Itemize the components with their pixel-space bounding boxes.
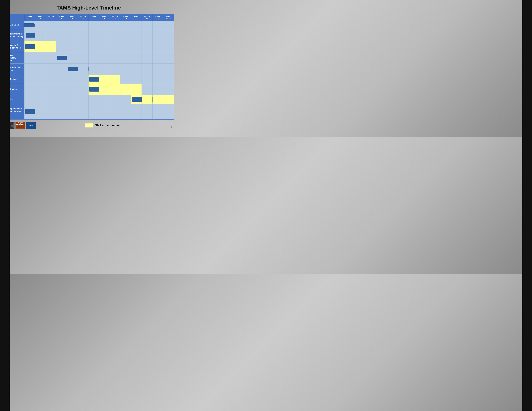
task-label-assessment: Assessment & Design of System <box>4 41 25 52</box>
gantt-data-m14 <box>163 64 174 75</box>
gantt-software-m13 <box>152 52 163 64</box>
gantt-data-m3 <box>46 64 57 75</box>
gantt-data-m8 <box>99 64 110 75</box>
gantt-testing-m8 <box>99 75 110 84</box>
row-go-live: Go -Live <box>4 95 174 104</box>
gantt-kickoff-m2 <box>35 21 46 30</box>
row-assessment: Assessment & Design of System <box>4 41 174 52</box>
gantt-transition-m13 <box>152 104 163 119</box>
gantt-training-m4 <box>57 84 67 95</box>
gantt-assessment-m14 <box>163 41 174 52</box>
gantt-testing-m1 <box>25 75 35 84</box>
gantt-golive-m8 <box>99 95 110 104</box>
gantt-software-m12 <box>142 52 152 64</box>
gantt-transition-m10 <box>120 104 131 119</box>
gantt-planning-m1 <box>25 30 35 41</box>
month-header-14: Month14-18 <box>163 14 174 21</box>
gantt-training-m6 <box>78 84 88 95</box>
gantt-data-m2 <box>35 64 46 75</box>
gantt-golive-m6 <box>78 95 88 104</box>
gantt-assessment-m6 <box>78 41 88 52</box>
gantt-training-m14 <box>163 84 174 95</box>
gantt-software-m9 <box>110 52 120 64</box>
gantt-kickoff-m10 <box>120 21 131 30</box>
gantt-software-m2 <box>35 52 46 64</box>
gantt-software-m7 <box>88 52 99 64</box>
gantt-transition-m6 <box>78 104 88 119</box>
gantt-testing-m3 <box>46 75 57 84</box>
task-label-data: Data & Interface validation <box>4 64 25 75</box>
gantt-testing-m11 <box>131 75 142 84</box>
gantt-transition-m2 <box>35 104 46 119</box>
row-data-interface: Data & Interface validation <box>4 64 174 75</box>
gantt-kickoff-m11 <box>131 21 142 30</box>
gantt-data-m13 <box>152 64 163 75</box>
header-row: Month1 Month2 Month3 Month4 Month5 Month… <box>4 14 174 21</box>
row-user-training: User Training <box>4 84 174 95</box>
gantt-transition-m11 <box>131 104 142 119</box>
gantt-software-m3 <box>46 52 57 64</box>
row-user-testing: User Testing <box>4 75 174 84</box>
gantt-data-m1 <box>25 64 35 75</box>
gantt-software-m10 <box>120 52 131 64</box>
month-header-7: Month7 <box>88 14 99 21</box>
month-header-8: Month8 <box>99 14 110 21</box>
gantt-software-m1 <box>25 52 35 64</box>
gantt-kickoff-m5 <box>67 21 78 30</box>
task-label-software: Software Installation, Validation <box>4 52 25 64</box>
month-header-13: Month13 <box>152 14 163 21</box>
gantt-training-m3 <box>46 84 57 95</box>
gantt-golive-m1 <box>25 95 35 104</box>
row-software: Software Installation, Validation <box>4 52 174 64</box>
gantt-software-m14 <box>163 52 174 64</box>
gantt-software-m6 <box>78 52 88 64</box>
task-label-kickoff: Project Kick-off <box>4 21 25 30</box>
page-title: TAMS High-Level Timeline <box>57 5 121 11</box>
gantt-training-m8 <box>99 84 110 95</box>
logo-deo: DEO <box>26 122 36 129</box>
gantt-golive-m13 <box>152 95 163 104</box>
gantt-planning-m10 <box>120 30 131 41</box>
month-header-12: Month12 <box>142 14 152 21</box>
gantt-data-m9 <box>110 64 120 75</box>
gantt-training-m1 <box>25 84 35 95</box>
month-header-3: Month3 <box>46 14 57 21</box>
gantt-training-m9 <box>110 84 120 95</box>
gantt-transition-m3 <box>46 104 57 119</box>
legend-area: SME's involvement <box>85 123 121 128</box>
gantt-planning-m5 <box>67 30 78 41</box>
gantt-planning-m11 <box>131 30 142 41</box>
gantt-training-m7 <box>88 84 99 95</box>
gantt-training-m2 <box>35 84 46 95</box>
gantt-golive-m12 <box>142 95 152 104</box>
gantt-data-m6 <box>78 64 88 75</box>
gantt-testing-m2 <box>35 75 46 84</box>
gantt-assessment-m2 <box>35 41 46 52</box>
gantt-kickoff-m7 <box>88 21 99 30</box>
gantt-planning-m13 <box>152 30 163 41</box>
gantt-data-m12 <box>142 64 152 75</box>
gantt-data-m7 <box>88 64 99 75</box>
gantt-training-m5 <box>67 84 78 95</box>
gantt-golive-m7 <box>88 95 99 104</box>
gantt-assessment-m5 <box>67 41 78 52</box>
gantt-kickoff-m9 <box>110 21 120 30</box>
gantt-training-m11 <box>131 84 142 95</box>
gantt-software-m5 <box>67 52 78 64</box>
gantt-kickoff-m14 <box>163 21 174 30</box>
footer: TC OregonDepartmentofAgriculture DEO SME… <box>3 122 174 129</box>
gantt-planning-m9 <box>110 30 120 41</box>
gantt-planning-m3 <box>46 30 57 41</box>
svg-text:TC: TC <box>11 124 14 127</box>
gantt-kickoff-m13 <box>152 21 163 30</box>
gantt-transition-m14 <box>163 104 174 119</box>
gantt-golive-m14 <box>163 95 174 104</box>
task-label-testing: User Testing <box>4 75 25 84</box>
gantt-testing-m4 <box>57 75 67 84</box>
task-label-golive: Go -Live <box>4 95 25 104</box>
gantt-kickoff-m3 <box>46 21 57 30</box>
gantt-data-m5 <box>67 64 78 75</box>
row-project-kickoff: Project Kick-off <box>4 21 174 30</box>
month-header-4: Month4 <box>57 14 67 21</box>
month-header-1: Month1 <box>25 14 35 21</box>
